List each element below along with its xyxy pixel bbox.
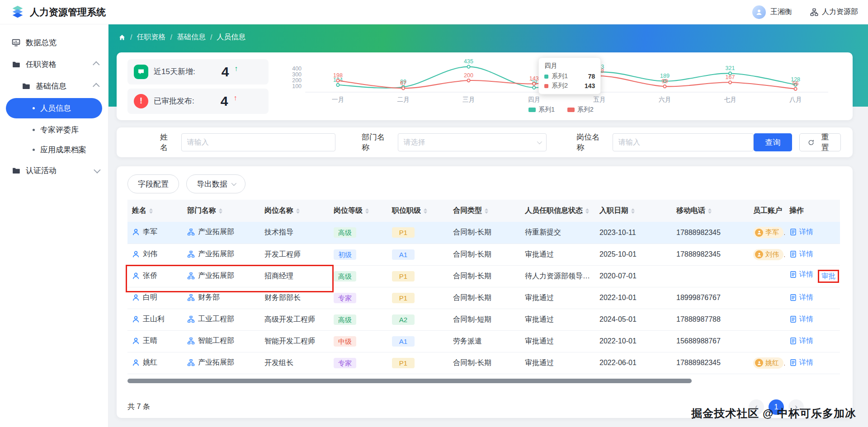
phone-cell: 15688988767 xyxy=(672,330,749,352)
column-header[interactable]: 部门名称 xyxy=(183,200,260,222)
person-icon xyxy=(132,337,140,345)
table-row[interactable]: 张侨产业拓展部招商经理高级P1合同制-长期待人力资源部领导审...2020-07… xyxy=(127,265,840,287)
trend-chart: 100200300400一月二月三月四月五月六月七月八月124894357834… xyxy=(280,58,842,114)
employee-account-tag[interactable]: 李军 xyxy=(753,227,783,238)
legend-item[interactable]: 系列1 xyxy=(528,106,555,114)
chevron-up-icon[interactable] xyxy=(93,83,100,90)
department-icon xyxy=(187,294,195,301)
level-badge: P1 xyxy=(392,271,415,282)
breadcrumb-item[interactable]: 基础信息 xyxy=(177,33,206,42)
chevron-up-icon[interactable] xyxy=(93,61,100,68)
department-name: 人力资源部 xyxy=(822,7,858,17)
prev-page-button[interactable]: ‹ xyxy=(749,399,764,415)
chevron-down-icon[interactable] xyxy=(94,166,101,174)
table-row[interactable]: 刘伟产业拓展部开发工程师初级A1合同制-长期审批通过2025-10-011788… xyxy=(127,244,840,265)
sidebar-item-expert-panel[interactable]: 专家评委库 xyxy=(0,120,108,140)
position-cell: 财务部部长 xyxy=(260,287,329,309)
sort-icon[interactable] xyxy=(296,208,300,214)
user-name[interactable]: 王湘衡 xyxy=(770,7,792,17)
new-additions-icon xyxy=(134,65,148,79)
detail-button[interactable]: 详情 xyxy=(789,358,813,367)
org-icon xyxy=(810,8,818,16)
breadcrumb-item[interactable]: 任职资格 xyxy=(137,33,165,42)
reset-button[interactable]: 重置 xyxy=(799,133,841,151)
chevron-down-icon xyxy=(537,139,542,144)
actions-cell: 详情 xyxy=(785,330,840,352)
detail-button[interactable]: 详情 xyxy=(789,314,813,324)
detail-button[interactable]: 详情 xyxy=(789,336,813,346)
sidebar-item-basic-info[interactable]: 基础信息 xyxy=(0,75,108,97)
table-row[interactable]: 姚红产业拓展部开发组长专家P1合同制-长期审批通过2022-06-0117888… xyxy=(127,352,840,374)
sort-icon[interactable] xyxy=(631,208,635,214)
home-icon[interactable] xyxy=(118,34,126,41)
department-filter-select[interactable]: 请选择 xyxy=(398,133,547,151)
sort-icon[interactable] xyxy=(219,208,222,214)
employee-name: 姚红 xyxy=(143,358,157,367)
sort-icon[interactable] xyxy=(149,208,153,214)
table-row[interactable]: 白明财务部财务部部长专家P1合同制-长期审批通过2022-10-01189998… xyxy=(127,287,840,309)
column-header[interactable]: 合同类型 xyxy=(448,200,520,222)
next-page-button[interactable]: › xyxy=(788,399,804,415)
detail-button[interactable]: 详情 xyxy=(789,227,813,237)
contract-cell: 合同制-长期 xyxy=(448,244,520,265)
employee-account-tag[interactable]: 姚红 xyxy=(753,357,783,369)
detail-button[interactable]: 详情 xyxy=(789,293,813,302)
sort-icon[interactable] xyxy=(485,208,488,214)
employee-name: 刘伟 xyxy=(143,249,157,259)
export-data-button[interactable]: 导出数据 xyxy=(186,174,245,193)
column-header[interactable]: 岗位等级 xyxy=(329,200,387,222)
column-header[interactable]: 人员任职信息状态 xyxy=(520,200,595,222)
sort-icon[interactable] xyxy=(585,208,589,214)
department-switcher[interactable]: 人力资源部 xyxy=(810,7,858,17)
employee-account-tag[interactable]: 刘伟 xyxy=(753,249,783,260)
current-page-button[interactable]: 1 xyxy=(769,399,784,415)
scrollbar-thumb[interactable] xyxy=(127,379,692,383)
field-config-button[interactable]: 字段配置 xyxy=(127,174,179,193)
sidebar-item-data-overview[interactable]: 数据总览 xyxy=(0,32,108,53)
column-header[interactable]: 姓名 xyxy=(127,200,183,222)
account-cell: 李军 xyxy=(749,222,785,244)
detail-button[interactable]: 详情 xyxy=(789,270,813,279)
avatar-icon xyxy=(755,229,763,237)
sidebar-label: 专家评委库 xyxy=(40,125,79,135)
account-cell: 刘伟 xyxy=(749,244,785,265)
column-header[interactable]: 岗位名称 xyxy=(260,200,329,222)
sidebar: 数据总览 任职资格 基础信息 人员信息 xyxy=(0,24,108,427)
hire-date-cell: 2023-10-11 xyxy=(595,222,672,244)
sidebar-item-achievements[interactable]: 应用成果档案 xyxy=(0,140,108,160)
sidebar-item-personnel[interactable]: 人员信息 xyxy=(6,98,102,118)
sort-icon[interactable] xyxy=(365,208,369,214)
sort-icon[interactable] xyxy=(708,208,712,214)
sidebar-item-certification[interactable]: 认证活动 xyxy=(0,160,108,181)
department-icon xyxy=(187,359,195,366)
level-badge: A1 xyxy=(392,249,415,260)
column-header[interactable]: 移动电话 xyxy=(672,200,749,222)
search-button[interactable]: 查询 xyxy=(754,133,792,151)
phone-cell: 17888987788 xyxy=(672,309,749,330)
user-avatar[interactable] xyxy=(752,5,766,19)
actions-cell: 详情 xyxy=(785,222,840,244)
column-header[interactable]: 职位职级 xyxy=(387,200,448,222)
horizontal-scrollbar[interactable] xyxy=(127,379,842,383)
table-row[interactable]: 李军产业拓展部技术指导高级P1合同制-长期待重新提交2023-10-111788… xyxy=(127,222,840,244)
contract-cell: 合同制-长期 xyxy=(448,222,520,244)
sort-icon[interactable] xyxy=(424,208,427,214)
detail-icon xyxy=(789,337,797,345)
detail-icon xyxy=(789,271,797,278)
approved-published-icon: ! xyxy=(134,94,148,108)
position-cell: 高级开发工程师 xyxy=(260,309,329,330)
column-header[interactable]: 入职日期 xyxy=(595,200,672,222)
app-logo-icon[interactable] xyxy=(10,5,25,20)
table-row[interactable]: 王山利工业工程部高级开发工程师高级A2合同制-短期审批通过2024-05-011… xyxy=(127,309,840,330)
table-row[interactable]: 王晴智能工程部智能开发工程师中级A1劳务派遣审批通过2022-10-011568… xyxy=(127,330,840,352)
post-filter-input[interactable] xyxy=(613,133,754,151)
detail-button[interactable]: 详情 xyxy=(789,249,813,259)
legend-item[interactable]: 系列2 xyxy=(567,106,594,114)
approve-button[interactable]: 审批 xyxy=(821,272,835,281)
sidebar-label: 基础信息 xyxy=(36,81,66,91)
name-filter-input[interactable] xyxy=(181,133,335,151)
account-cell: 姚红 xyxy=(749,352,785,374)
svg-text:四月: 四月 xyxy=(528,96,540,103)
sidebar-item-qualification[interactable]: 任职资格 xyxy=(0,53,108,75)
employee-name: 李军 xyxy=(143,227,157,237)
